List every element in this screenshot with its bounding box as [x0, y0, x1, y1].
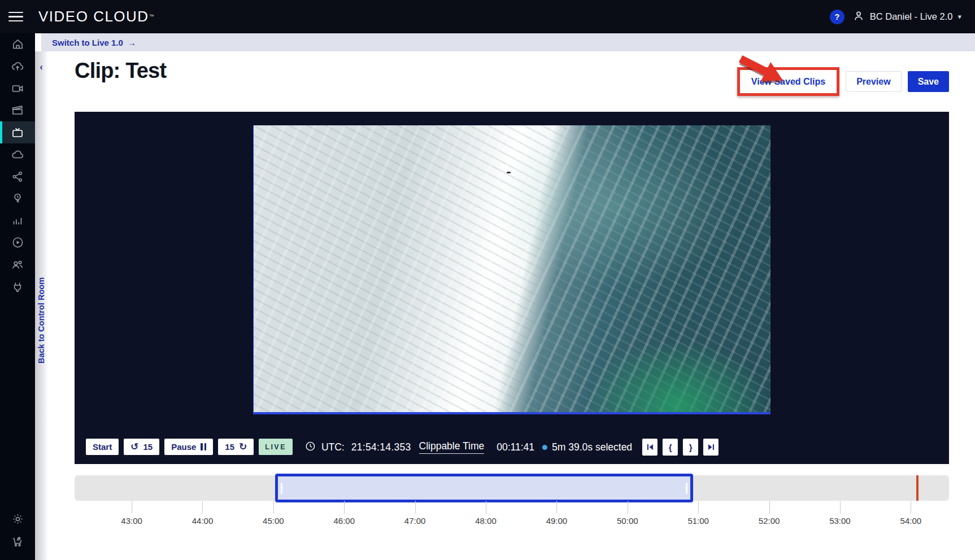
timeline-tick — [698, 501, 699, 514]
forward-15-button[interactable]: 15↻ — [218, 439, 254, 455]
arrow-right-icon: → — [128, 38, 136, 47]
cloud-icon — [11, 148, 24, 161]
timeline-tick-label: 50:00 — [617, 516, 638, 526]
chevron-down-icon: ▾ — [957, 12, 961, 21]
play-circle-icon — [11, 236, 24, 249]
video-cloud-app: VIDEO CLOUD™ ? BC Daniel - Live 2.0 ▾ Sw… — [0, 0, 975, 560]
action-buttons: View Saved Clips Preview Save — [737, 67, 949, 96]
clapperboard-icon — [11, 104, 24, 117]
sidebar-item-media[interactable] — [0, 99, 35, 121]
rewind-15-button[interactable]: ↺15 — [124, 439, 159, 455]
sidebar-item-settings[interactable] — [0, 508, 35, 530]
cloud-upload-icon — [11, 60, 24, 73]
live-playhead-marker[interactable] — [916, 475, 919, 501]
timeline-tick-label: 47:00 — [404, 516, 426, 526]
user-menu[interactable]: BC Daniel - Live 2.0 ▾ — [852, 10, 961, 24]
timeline-tick-label: 51:00 — [687, 516, 709, 526]
switch-version-banner: Switch to Live 1.0→ — [41, 33, 975, 51]
timeline-tick-label: 52:00 — [759, 516, 780, 526]
timeline-tick-label: 43:00 — [121, 516, 142, 526]
timeline-tick-label: 45:00 — [263, 516, 284, 526]
timeline-tick — [273, 501, 274, 514]
clip-selection-range[interactable] — [275, 474, 693, 502]
top-header: VIDEO CLOUD™ ? BC Daniel - Live 2.0 ▾ — [0, 0, 975, 33]
analytics-bars-icon — [11, 215, 24, 227]
utc-label: UTC: — [321, 441, 345, 453]
timeline-tick — [486, 501, 486, 514]
sidebar-item-live[interactable] — [0, 121, 35, 143]
sidebar-item-analytics[interactable] — [0, 209, 35, 231]
selection-dot-icon — [542, 445, 547, 450]
clip-status-bar: UTC: 21:54:14.353 Clippable Time 00:11:4… — [305, 439, 719, 456]
timeline-tick-label: 46:00 — [333, 516, 355, 526]
page-title: Clip: Test — [75, 59, 166, 83]
timeline-tick-label: 53:00 — [829, 516, 851, 526]
sidebar-item-marketplace[interactable] — [0, 530, 35, 552]
timeline-tick — [556, 501, 557, 514]
rewind-icon: ↺ — [130, 442, 138, 452]
users-icon — [11, 258, 24, 272]
collapse-chevron-icon[interactable]: ‹ — [40, 62, 43, 73]
timeline-ticks: 43:0044:0045:0046:0047:0048:0049:0050:00… — [75, 501, 949, 530]
save-button[interactable]: Save — [908, 71, 949, 92]
plug-icon — [11, 281, 24, 293]
hamburger-menu-icon[interactable] — [8, 9, 23, 25]
playback-controls: Start ↺15 Pause 15↻ LIVE — [86, 439, 293, 455]
preview-button[interactable]: Preview — [846, 71, 901, 92]
timeline-tick — [628, 501, 628, 514]
selection-start-handle[interactable] — [281, 483, 282, 494]
timeline-tick — [415, 501, 416, 514]
user-icon — [852, 10, 865, 24]
sidebar-item-interactivity[interactable] — [0, 187, 35, 209]
interactivity-icon — [11, 192, 24, 205]
live-video-surface — [253, 125, 771, 414]
skip-to-start-button[interactable] — [642, 439, 658, 456]
sidebar-item-upload[interactable] — [0, 55, 35, 77]
selected-duration: 5m 39.0s selected — [552, 441, 632, 453]
gear-icon — [11, 513, 24, 526]
clip-timeline-track[interactable] — [75, 475, 949, 501]
timeline-tick-label: 44:00 — [192, 516, 214, 526]
user-name: BC Daniel - Live 2.0 — [870, 11, 953, 22]
current-position: 00:11:41 — [497, 441, 534, 453]
sidebar-item-cloud[interactable] — [0, 143, 35, 165]
video-camera-icon — [11, 82, 24, 95]
annotation-highlight-box: View Saved Clips — [737, 67, 839, 96]
selection-end-handle[interactable] — [686, 483, 687, 494]
help-button[interactable]: ? — [830, 10, 845, 24]
sidebar-item-integrations[interactable] — [0, 275, 35, 298]
switch-to-live-1-link[interactable]: Switch to Live 1.0→ — [52, 38, 136, 47]
sidebar-item-social[interactable] — [0, 165, 35, 187]
video-cloud-logo: VIDEO CLOUD™ — [38, 8, 155, 25]
pause-icon — [201, 443, 206, 450]
timeline-tick — [840, 501, 841, 514]
live-player-panel: Start ↺15 Pause 15↻ LIVE UTC: 21:54:14.3… — [75, 112, 949, 464]
clippable-time-link[interactable]: Clippable Time — [419, 440, 485, 454]
timeline-tick-label: 49:00 — [546, 516, 568, 526]
sidebar-item-home[interactable] — [0, 33, 35, 55]
utc-time-value: 21:54:14.353 — [351, 441, 411, 453]
bird-silhouette — [507, 172, 511, 173]
timeline-tick — [911, 501, 911, 514]
timeline-tick — [202, 501, 203, 514]
set-clip-in-button[interactable]: { — [663, 439, 678, 456]
video-progress-bar — [254, 412, 771, 414]
sidebar-item-players[interactable] — [0, 231, 35, 253]
view-saved-clips-button[interactable]: View Saved Clips — [741, 71, 835, 92]
main-sidebar — [0, 33, 35, 560]
sidebar-item-audience[interactable] — [0, 253, 35, 275]
control-room-drawer: ‹ Back to Control Room — [35, 51, 47, 560]
skip-to-end-button[interactable] — [703, 439, 719, 456]
back-to-control-room-link[interactable]: Back to Control Room — [37, 277, 46, 364]
timeline-tick-label: 54:00 — [900, 516, 922, 526]
sidebar-item-video-camera[interactable] — [0, 77, 35, 99]
start-button[interactable]: Start — [86, 439, 119, 455]
timeline-tick — [344, 501, 345, 514]
forward-icon: ↻ — [239, 442, 247, 452]
cart-icon — [11, 535, 24, 548]
live-badge: LIVE — [259, 439, 293, 455]
set-clip-out-button[interactable]: } — [683, 439, 698, 456]
share-icon — [11, 170, 24, 183]
pause-button[interactable]: Pause — [164, 439, 213, 455]
timeline-tick — [769, 501, 770, 514]
